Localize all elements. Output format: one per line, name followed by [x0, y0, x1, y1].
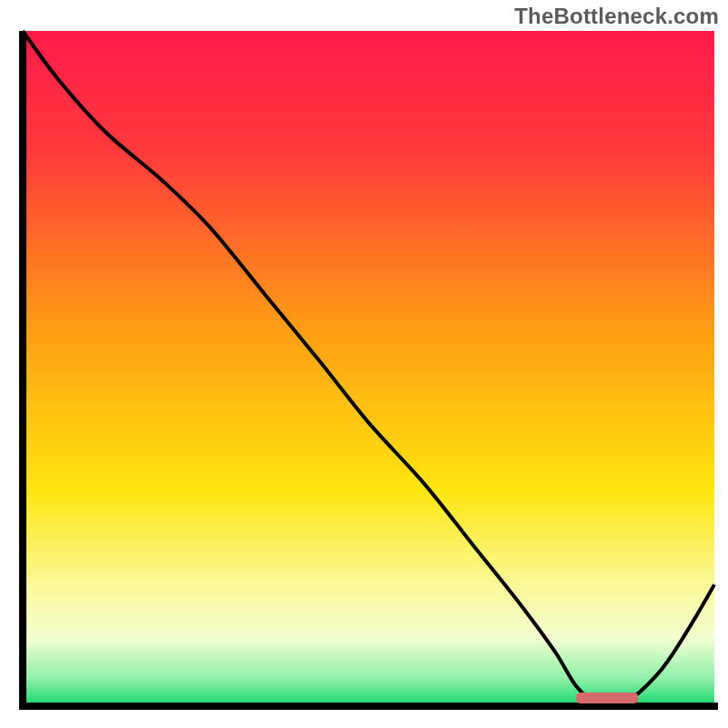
bottleneck-chart [0, 0, 728, 728]
plot-background [23, 31, 714, 706]
optimal-marker [576, 693, 638, 703]
